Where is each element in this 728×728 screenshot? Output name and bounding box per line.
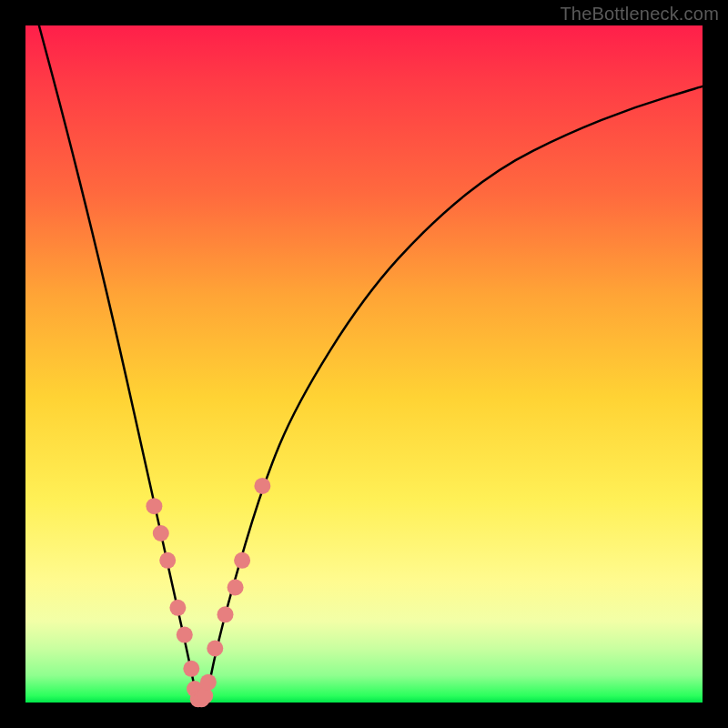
- outer-frame: TheBottleneck.com: [0, 0, 728, 728]
- watermark-text: TheBottleneck.com: [560, 4, 719, 25]
- marker-point: [159, 552, 176, 569]
- marker-point: [207, 641, 223, 657]
- marker-point: [183, 661, 199, 677]
- marker-point: [169, 600, 186, 616]
- marker-point: [234, 552, 250, 569]
- plot-area: [25, 25, 703, 703]
- marker-group: [146, 478, 270, 707]
- marker-point: [177, 627, 193, 643]
- marker-point: [254, 478, 270, 494]
- marker-point: [228, 580, 244, 596]
- marker-point: [217, 606, 234, 622]
- marker-point: [200, 674, 217, 691]
- marker-point: [153, 525, 169, 541]
- marker-point: [146, 498, 162, 514]
- bottleneck-curve: [39, 25, 703, 699]
- curve-svg: [25, 25, 703, 703]
